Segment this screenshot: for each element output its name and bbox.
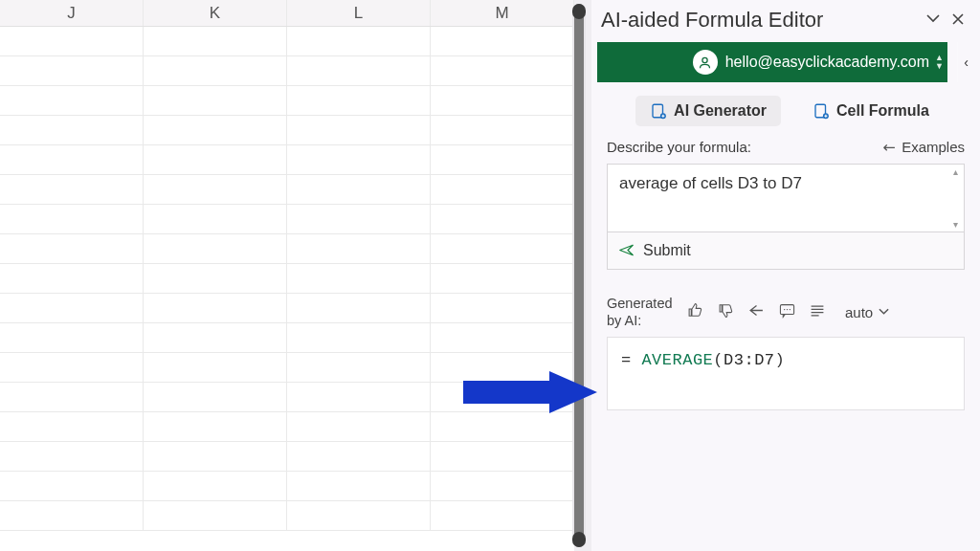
grid-row[interactable] xyxy=(0,323,574,353)
scrollbar-down[interactable] xyxy=(572,532,586,547)
cell[interactable] xyxy=(144,383,287,411)
thumbs-up-icon[interactable] xyxy=(687,302,703,321)
cell[interactable] xyxy=(144,27,287,55)
grid-row[interactable] xyxy=(0,205,574,234)
cell[interactable] xyxy=(144,501,287,530)
cell[interactable] xyxy=(0,294,144,322)
cell[interactable] xyxy=(287,205,431,233)
account-dropdown-icon[interactable]: ▲▼ xyxy=(935,54,944,71)
grid-row[interactable] xyxy=(0,175,574,205)
minimize-icon[interactable] xyxy=(921,11,946,31)
grid-row[interactable] xyxy=(0,472,574,501)
cell[interactable] xyxy=(431,442,574,471)
panel-collapse-icon[interactable]: ‹ xyxy=(957,42,974,82)
cell[interactable] xyxy=(287,353,431,382)
col-header-l[interactable]: L xyxy=(287,0,431,26)
vertical-scrollbar[interactable] xyxy=(572,4,586,547)
cell[interactable] xyxy=(431,234,574,263)
spin-up-icon[interactable]: ▴ xyxy=(953,166,958,177)
cell[interactable] xyxy=(0,383,144,411)
cell[interactable] xyxy=(144,145,287,174)
close-icon[interactable] xyxy=(946,11,970,31)
grid-row[interactable] xyxy=(0,145,574,175)
grid-row[interactable] xyxy=(0,501,574,531)
cell[interactable] xyxy=(144,442,287,471)
grid-row[interactable] xyxy=(0,264,574,294)
cell[interactable] xyxy=(144,412,287,441)
col-header-k[interactable]: K xyxy=(144,0,287,26)
cell[interactable] xyxy=(287,27,431,55)
cell[interactable] xyxy=(431,116,574,144)
cell[interactable] xyxy=(287,116,431,144)
cell[interactable] xyxy=(287,412,431,441)
cell[interactable] xyxy=(144,472,287,500)
description-input[interactable]: average of cells D3 to D7 ▴ ▾ xyxy=(607,164,965,232)
cell[interactable] xyxy=(144,205,287,233)
cell[interactable] xyxy=(431,56,574,85)
grid-row[interactable] xyxy=(0,234,574,264)
cell[interactable] xyxy=(431,383,574,411)
cell[interactable] xyxy=(287,323,431,352)
cell[interactable] xyxy=(287,472,431,500)
submit-button[interactable]: Submit xyxy=(607,232,965,270)
cell[interactable] xyxy=(431,501,574,530)
cell[interactable] xyxy=(431,175,574,204)
grid-row[interactable] xyxy=(0,383,574,412)
cell[interactable] xyxy=(0,116,144,144)
cell[interactable] xyxy=(0,412,144,441)
cell[interactable] xyxy=(0,472,144,500)
cell[interactable] xyxy=(0,501,144,530)
cell[interactable] xyxy=(144,294,287,322)
account-bar[interactable]: hello@easyclickacademy.com ▲▼ xyxy=(597,42,947,82)
cell[interactable] xyxy=(431,264,574,293)
tab-ai-generator[interactable]: AI Generator xyxy=(635,96,781,126)
grid-row[interactable] xyxy=(0,86,574,116)
cell[interactable] xyxy=(431,323,574,352)
description-spinner[interactable]: ▴ ▾ xyxy=(948,166,962,230)
cell[interactable] xyxy=(431,472,574,500)
cell[interactable] xyxy=(0,56,144,85)
grid-row[interactable] xyxy=(0,353,574,383)
cell[interactable] xyxy=(0,442,144,471)
examples-link[interactable]: ↙ Examples xyxy=(883,138,965,156)
cell[interactable] xyxy=(287,383,431,411)
cell[interactable] xyxy=(0,323,144,352)
cell[interactable] xyxy=(144,56,287,85)
cell[interactable] xyxy=(144,323,287,352)
grid-row[interactable] xyxy=(0,56,574,86)
cell[interactable] xyxy=(144,234,287,263)
cell[interactable] xyxy=(287,264,431,293)
thumbs-down-icon[interactable] xyxy=(718,302,734,321)
cell[interactable] xyxy=(431,27,574,55)
cell[interactable] xyxy=(0,264,144,293)
format-icon[interactable] xyxy=(810,304,825,320)
cell[interactable] xyxy=(431,86,574,115)
cell[interactable] xyxy=(0,145,144,174)
cell[interactable] xyxy=(0,205,144,233)
cell[interactable] xyxy=(0,234,144,263)
grid-row[interactable] xyxy=(0,412,574,442)
cell[interactable] xyxy=(144,175,287,204)
scrollbar-thumb[interactable] xyxy=(574,4,584,547)
cell[interactable] xyxy=(287,86,431,115)
grid-row[interactable] xyxy=(0,294,574,323)
spreadsheet-grid[interactable]: J K L M xyxy=(0,0,574,551)
cell[interactable] xyxy=(287,442,431,471)
cell[interactable] xyxy=(287,294,431,322)
cell[interactable] xyxy=(287,145,431,174)
col-header-m[interactable]: M xyxy=(431,0,574,26)
spin-down-icon[interactable]: ▾ xyxy=(953,219,958,230)
back-icon[interactable] xyxy=(748,303,765,320)
cell[interactable] xyxy=(287,56,431,85)
cell[interactable] xyxy=(287,175,431,204)
cell[interactable] xyxy=(0,27,144,55)
cell[interactable] xyxy=(144,116,287,144)
cell[interactable] xyxy=(144,264,287,293)
cell[interactable] xyxy=(287,234,431,263)
scrollbar-up[interactable] xyxy=(572,4,586,19)
auto-dropdown[interactable]: auto xyxy=(845,304,889,320)
cell[interactable] xyxy=(287,501,431,530)
grid-row[interactable] xyxy=(0,116,574,145)
cell[interactable] xyxy=(431,353,574,382)
tab-cell-formula[interactable]: Cell Formula xyxy=(798,96,944,126)
